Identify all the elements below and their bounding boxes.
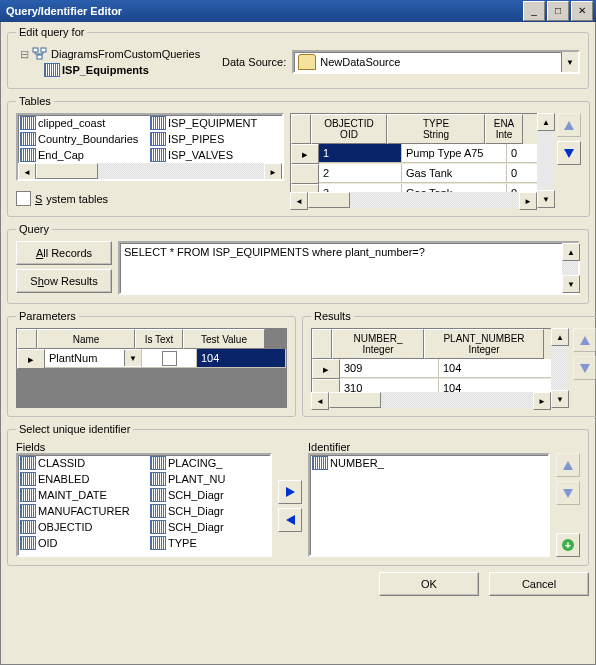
cancel-button[interactable]: Cancel bbox=[489, 572, 589, 596]
tree-expander-icon[interactable]: ⊟ bbox=[16, 48, 32, 61]
list-item[interactable]: PLACING_ bbox=[148, 455, 270, 471]
grid-cell[interactable]: 1 bbox=[319, 144, 402, 163]
tables-hscroll[interactable]: ◄ ► bbox=[18, 163, 282, 179]
add-identifier-button[interactable] bbox=[278, 480, 302, 504]
list-item[interactable]: ISP_PIPES bbox=[168, 133, 224, 145]
query-group: Query All Records Show Results SELECT * … bbox=[7, 223, 589, 304]
results-down-button[interactable] bbox=[573, 356, 596, 380]
table-icon bbox=[20, 148, 36, 162]
ok-button[interactable]: OK bbox=[379, 572, 479, 596]
list-item[interactable]: MAINT_DATE bbox=[18, 487, 148, 503]
close-button[interactable]: ✕ bbox=[571, 1, 593, 21]
fields-label: Fields bbox=[16, 441, 272, 453]
list-item[interactable]: ISP_VALVES bbox=[168, 149, 233, 161]
diagram-tree[interactable]: ⊟ DiagramsFromCustomQueries ISP_Equipmen… bbox=[16, 44, 216, 80]
table-icon bbox=[150, 472, 166, 486]
table-icon bbox=[150, 116, 166, 130]
datasource-combo[interactable]: NewDataSource ▼ bbox=[292, 50, 580, 74]
system-tables-checkbox[interactable]: System tables bbox=[16, 191, 108, 206]
query-legend: Query bbox=[16, 223, 52, 235]
list-item[interactable]: NUMBER_ bbox=[330, 457, 384, 469]
list-item[interactable]: End_Cap bbox=[38, 149, 84, 161]
datasource-label: Data Source: bbox=[222, 56, 286, 68]
system-tables-label: ystem tables bbox=[46, 193, 108, 205]
sql-textarea[interactable]: SELECT * FROM ISP_EQUIPMENTS where plant… bbox=[118, 241, 580, 295]
dialog-body: Edit query for ⊟ DiagramsFromCustomQueri… bbox=[0, 22, 596, 665]
identifier-group: Select unique identifier Fields CLASSIDE… bbox=[7, 423, 589, 566]
list-item[interactable]: TYPE bbox=[148, 535, 270, 551]
tables-group: Tables clipped_coast Country_Boundaries … bbox=[7, 95, 590, 217]
svg-rect-2 bbox=[37, 55, 42, 59]
grid-cell[interactable]: 2 bbox=[319, 164, 402, 183]
diagram-icon bbox=[32, 47, 48, 61]
table-icon bbox=[20, 132, 36, 146]
list-item[interactable]: ISP_EQUIPMENT bbox=[168, 117, 257, 129]
table-icon bbox=[20, 504, 36, 518]
all-records-button[interactable]: All Records bbox=[16, 241, 112, 265]
fields-list[interactable]: CLASSIDENABLEDMAINT_DATEMANUFACTUREROBJE… bbox=[16, 453, 272, 557]
chevron-down-icon[interactable]: ▼ bbox=[124, 350, 141, 366]
show-results-button[interactable]: Show Results bbox=[16, 269, 112, 293]
results-group: Results NUMBER_Integer PLANT_NUMBERInteg… bbox=[302, 310, 596, 417]
table-icon bbox=[150, 536, 166, 550]
table-icon bbox=[20, 536, 36, 550]
svg-rect-0 bbox=[33, 48, 38, 52]
list-item[interactable]: MANUFACTURER bbox=[18, 503, 148, 519]
table-icon bbox=[20, 456, 36, 470]
results-legend: Results bbox=[311, 310, 354, 322]
identifier-list-label: Identifier bbox=[308, 441, 580, 453]
list-item[interactable]: SCH_Diagr bbox=[148, 519, 270, 535]
row-selector-icon[interactable]: ▸ bbox=[291, 144, 319, 164]
add-button[interactable]: + bbox=[556, 533, 580, 557]
list-item[interactable]: PLANT_NU bbox=[148, 471, 270, 487]
list-item[interactable]: SCH_Diagr bbox=[148, 487, 270, 503]
list-item[interactable]: Country_Boundaries bbox=[38, 133, 138, 145]
table-icon bbox=[150, 148, 166, 162]
remove-identifier-button[interactable] bbox=[278, 508, 302, 532]
parameters-legend: Parameters bbox=[16, 310, 79, 322]
list-item[interactable]: SCH_Diagr bbox=[148, 503, 270, 519]
grid-hscroll[interactable]: ◄► bbox=[290, 192, 537, 208]
table-icon bbox=[312, 456, 328, 470]
maximize-button[interactable]: □ bbox=[547, 1, 569, 21]
list-item[interactable]: OID bbox=[18, 535, 148, 551]
minimize-button[interactable]: _ bbox=[523, 1, 545, 21]
list-item[interactable]: ENABLED bbox=[18, 471, 148, 487]
edit-query-legend: Edit query for bbox=[16, 26, 87, 38]
datasource-value: NewDataSource bbox=[320, 56, 400, 68]
database-icon bbox=[298, 54, 316, 70]
results-vscroll[interactable]: ▲▼ bbox=[551, 328, 567, 408]
sql-text: SELECT * FROM ISP_EQUIPMENTS where plant… bbox=[124, 246, 425, 258]
identifier-list[interactable]: NUMBER_ bbox=[308, 453, 550, 557]
table-icon bbox=[20, 472, 36, 486]
table-icon bbox=[150, 132, 166, 146]
tables-list[interactable]: clipped_coast Country_Boundaries End_Cap… bbox=[16, 113, 284, 181]
results-hscroll[interactable]: ◄► bbox=[311, 392, 551, 408]
identifier-up-button[interactable] bbox=[556, 453, 580, 477]
param-name-combo[interactable]: PlantNum ▼ bbox=[45, 350, 141, 366]
table-icon bbox=[20, 488, 36, 502]
table-icon bbox=[44, 63, 60, 77]
table-icon bbox=[20, 116, 36, 130]
tree-parent-label: DiagramsFromCustomQueries bbox=[51, 48, 200, 60]
scroll-left-icon[interactable]: ◄ bbox=[18, 163, 36, 181]
move-down-button[interactable] bbox=[557, 141, 581, 165]
param-value-cell[interactable]: 104 bbox=[197, 349, 286, 368]
list-item[interactable]: CLASSID bbox=[18, 455, 148, 471]
scroll-right-icon[interactable]: ► bbox=[264, 163, 282, 181]
grid-cell[interactable]: 104 bbox=[439, 359, 566, 378]
parameters-grid[interactable]: Name Is Text Test Value ▸ PlantNum ▼ 104 bbox=[16, 328, 287, 408]
grid-vscroll[interactable]: ▲▼ bbox=[537, 113, 553, 208]
list-item[interactable]: clipped_coast bbox=[38, 117, 105, 129]
grid-cell[interactable]: Pump Type A75 bbox=[402, 144, 507, 163]
table-icon bbox=[150, 488, 166, 502]
chevron-down-icon[interactable]: ▼ bbox=[561, 52, 578, 72]
param-istext-checkbox[interactable] bbox=[162, 351, 177, 366]
identifier-down-button[interactable] bbox=[556, 481, 580, 505]
table-icon bbox=[20, 520, 36, 534]
results-up-button[interactable] bbox=[573, 328, 596, 352]
list-item[interactable]: OBJECTID bbox=[18, 519, 148, 535]
move-up-button[interactable] bbox=[557, 113, 581, 137]
grid-cell[interactable]: 309 bbox=[340, 359, 439, 378]
grid-cell[interactable]: Gas Tank bbox=[402, 164, 507, 183]
